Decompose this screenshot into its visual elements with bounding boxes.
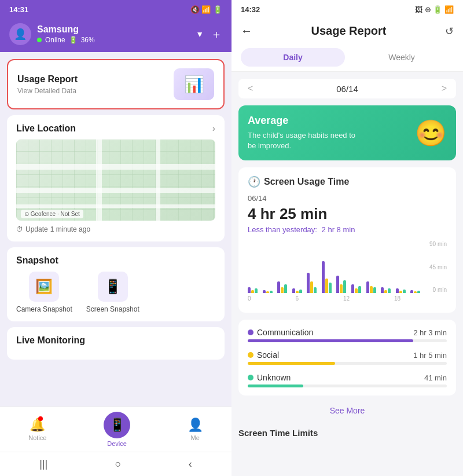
user-info-area: 👤 Samsung Online 🔋 36% (9, 23, 95, 45)
y-label-90: 90 min (426, 241, 447, 247)
cat-dot-0 (248, 329, 253, 335)
camera-snapshot-item[interactable]: 🖼️ Camera Snapshot (16, 272, 72, 313)
cat-time-2: 41 min (424, 374, 447, 382)
back-button[interactable]: ← (241, 24, 252, 38)
nav-notice-label: Notice (28, 434, 46, 441)
bar-yellow-6 (340, 284, 343, 293)
chevron-right-icon: › (212, 123, 215, 134)
chart-x-labels: 0 6 12 18 (248, 295, 424, 302)
user-details: Samsung Online 🔋 36% (37, 24, 95, 44)
dropdown-icon[interactable]: ▼ (196, 30, 204, 39)
clock-icon: ⏱ (16, 225, 23, 233)
sys-recent-btn[interactable]: ||| (39, 458, 47, 470)
card-subtitle: View Detailed Data (17, 87, 78, 95)
cat-bar-1 (248, 362, 335, 365)
map-road-v1 (96, 140, 102, 221)
card-illustration: 📊 (174, 68, 214, 100)
nav-device[interactable]: 📱 Device (104, 412, 130, 447)
map-update: ⏱ Update 1 minute ago (16, 225, 215, 233)
tab-weekly[interactable]: Weekly (350, 48, 454, 67)
category-row-2: Unknown41 min (248, 373, 447, 387)
tab-daily[interactable]: Daily (241, 48, 345, 67)
bar-yellow-9 (384, 290, 387, 293)
screen-usage-title: 🕐 Screen Usage Time (248, 175, 447, 188)
add-icon[interactable]: ＋ (211, 27, 222, 42)
screen-snapshot-item[interactable]: 📱 Screen Snapshot (86, 272, 139, 313)
usage-date: 06/14 (248, 194, 447, 203)
bar-group-5 (322, 261, 335, 293)
left-time: 14:31 (9, 5, 28, 14)
bar-green-5 (329, 283, 332, 293)
bar-group-6 (336, 276, 350, 293)
bar-purple-7 (351, 284, 354, 293)
see-more-button[interactable]: See More (238, 402, 456, 419)
nav-notice[interactable]: 🔔 Notice (28, 418, 46, 441)
chart-y-labels: 90 min 45 min 0 min (426, 241, 447, 293)
x-label-12: 12 (343, 295, 350, 302)
battery-icon: 🔋 (69, 36, 78, 44)
chart-area: 0 6 12 18 (248, 241, 424, 305)
bar-green-6 (343, 280, 346, 293)
live-location-card: Live Location › ⊙ Geofence · Not Set ⏱ U… (7, 115, 225, 241)
bar-yellow-0 (251, 290, 254, 293)
average-title: Average (248, 115, 363, 127)
cat-time-1: 1 hr 5 min (413, 351, 447, 360)
bar-green-1 (270, 291, 273, 293)
next-date-button[interactable]: > (442, 83, 447, 94)
bar-yellow-3 (296, 291, 299, 293)
bar-green-8 (373, 287, 376, 293)
tab-bar: Daily Weekly (232, 43, 463, 72)
system-nav: ||| ○ ‹ (0, 452, 232, 476)
bar-green-9 (388, 288, 391, 293)
map-road-h1 (16, 164, 215, 170)
bar-yellow-7 (355, 288, 358, 293)
prev-date-button[interactable]: < (248, 83, 253, 94)
screen-snapshot-label: Screen Snapshot (86, 305, 139, 313)
bar-purple-5 (322, 261, 325, 293)
battery-level: 36% (81, 36, 95, 44)
sys-home-btn[interactable]: ○ (115, 458, 122, 470)
bar-group-4 (307, 273, 320, 293)
map-road-v2 (156, 140, 160, 221)
category-section: Communication2 hr 3 minSocial1 hr 5 minU… (238, 320, 456, 396)
bar-green-4 (314, 287, 317, 293)
average-card: Average The child's usage habits need to… (238, 105, 456, 160)
y-label-0: 0 min (426, 287, 447, 293)
bar-group-11 (410, 290, 424, 293)
chart-bars (248, 241, 424, 293)
bar-yellow-10 (399, 291, 402, 293)
cat-name-2: Unknown (257, 373, 291, 382)
bar-green-2 (284, 284, 287, 293)
left-header: 👤 Samsung Online 🔋 36% ▼ ＋ (0, 19, 232, 52)
bar-purple-11 (410, 290, 413, 293)
camera-snapshot-label: Camera Snapshot (16, 305, 72, 313)
bar-group-10 (396, 288, 409, 293)
screen-snapshot-icon: 📱 (98, 272, 128, 302)
status-bar-right: 14:32 🖼 ⊕ 🔋 📶 (232, 0, 463, 19)
cat-dot-2 (248, 375, 253, 380)
bar-yellow-4 (310, 281, 313, 293)
page-title: Usage Report (311, 24, 386, 38)
bar-purple-10 (396, 288, 399, 293)
right-header: ← Usage Report ↺ (232, 19, 463, 43)
category-row-0: Communication2 hr 3 min (248, 328, 447, 342)
left-status-icons: 🔇 📶 🔋 (190, 5, 222, 14)
refresh-button[interactable]: ↺ (445, 25, 454, 38)
usage-report-card[interactable]: Usage Report View Detailed Data 📊 (7, 59, 225, 109)
sys-back-btn[interactable]: ‹ (189, 458, 192, 470)
screen-time-limits-label: Screen Time Limits (238, 426, 456, 440)
live-monitoring-card: Live Monitoring (7, 327, 225, 360)
bar-purple-2 (277, 281, 280, 293)
average-description: The child's usage habits need to be impr… (248, 130, 363, 151)
live-location-title: Live Location › (16, 123, 215, 134)
bar-purple-1 (263, 290, 266, 293)
nav-me[interactable]: 👤 Me (188, 418, 203, 441)
usage-time-display: 4 hr 25 min (248, 205, 447, 223)
bar-green-7 (358, 286, 361, 293)
date-nav: < 06/14 > (238, 79, 456, 98)
snapshot-card: Snapshot 🖼️ Camera Snapshot 📱 Screen Sna… (7, 247, 225, 321)
bar-group-9 (381, 287, 394, 293)
live-monitoring-title: Live Monitoring (16, 335, 215, 346)
header-actions[interactable]: ▼ ＋ (196, 27, 222, 42)
screen-usage-section: 🕐 Screen Usage Time 06/14 4 hr 25 min Le… (238, 167, 456, 313)
